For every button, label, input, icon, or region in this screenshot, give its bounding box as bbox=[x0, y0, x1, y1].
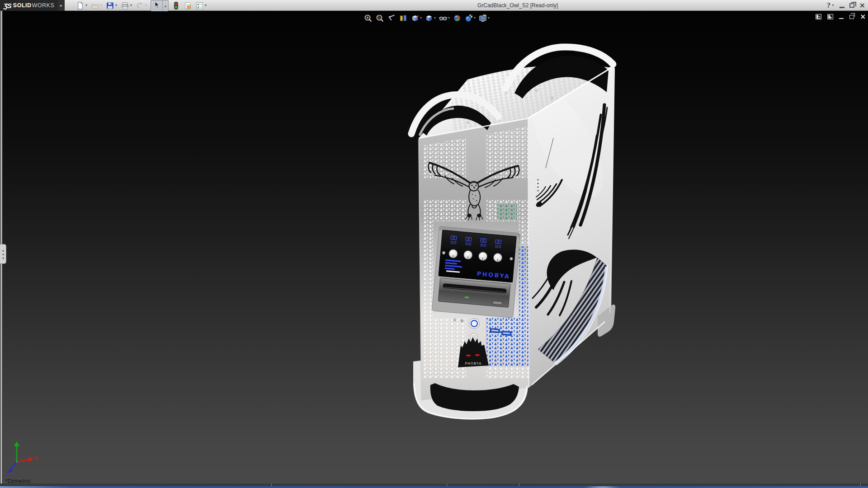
graphics-viewport[interactable]: ▾ ▾ ▾ bbox=[0, 11, 868, 488]
power-led bbox=[461, 319, 463, 322]
hide-show-items-button[interactable]: ▾ bbox=[439, 14, 450, 23]
restore-button[interactable] bbox=[849, 3, 854, 8]
new-dropdown[interactable]: ▾ bbox=[85, 4, 88, 7]
solidworks-logo-text-bold: SOLID bbox=[13, 2, 32, 9]
options-button[interactable]: ▾ bbox=[194, 1, 208, 10]
select-cursor-icon bbox=[153, 1, 160, 9]
view-orientation-dropdown[interactable]: ▾ bbox=[420, 16, 422, 20]
display-style-dropdown[interactable]: ▾ bbox=[434, 16, 436, 20]
document-close-button[interactable]: × bbox=[860, 14, 866, 20]
undo-button[interactable]: ▾ bbox=[135, 1, 148, 10]
solidworks-logo: ƷSSOLIDWORKS bbox=[0, 0, 58, 11]
save-button[interactable]: ▾ bbox=[105, 1, 118, 10]
hdd-led bbox=[453, 319, 456, 321]
document-minimize-button[interactable] bbox=[839, 18, 844, 19]
save-floppy-icon bbox=[106, 1, 114, 10]
triad-x-axis bbox=[28, 457, 34, 462]
taskbar-edge bbox=[0, 486, 868, 488]
power-button-ring bbox=[471, 320, 477, 327]
zoom-to-fit-icon bbox=[363, 14, 373, 23]
pc-case-model[interactable]: PHOBYA bbox=[411, 47, 617, 419]
apply-scene-dropdown[interactable]: ▾ bbox=[474, 16, 476, 20]
previous-view-button[interactable] bbox=[387, 14, 396, 23]
display-style-button[interactable]: ▾ bbox=[425, 14, 436, 23]
help-icon: ? bbox=[826, 2, 830, 9]
menu-flyout-arrow[interactable]: ▸ bbox=[58, 0, 65, 11]
zoom-to-fit-button[interactable] bbox=[363, 14, 373, 23]
open-folder-icon bbox=[91, 1, 99, 10]
view-orientation-icon bbox=[410, 14, 420, 23]
file-properties-button[interactable] bbox=[183, 1, 193, 10]
section-view-icon bbox=[399, 14, 408, 23]
hide-show-glasses-icon bbox=[439, 14, 448, 23]
view-settings-button[interactable]: ▾ bbox=[478, 14, 490, 23]
previous-view-icon bbox=[387, 14, 396, 23]
standard-toolbar: ▾ ▾ ▾ bbox=[75, 0, 208, 11]
feature-pane-splitter[interactable]: ◂ ◂ ◂ bbox=[0, 244, 6, 264]
view-settings-icon bbox=[478, 14, 487, 23]
taskbar-edge-glow bbox=[584, 486, 620, 488]
document-window-controls: × bbox=[816, 14, 866, 20]
solidworks-logo-text-light: WORKS bbox=[32, 2, 55, 9]
apply-scene-button[interactable]: ▾ bbox=[464, 14, 476, 23]
new-button[interactable]: ▾ bbox=[75, 1, 89, 10]
triad-y-axis bbox=[14, 441, 19, 446]
zoom-to-area-icon bbox=[375, 14, 384, 23]
view-orientation-button[interactable]: ▾ bbox=[410, 14, 422, 23]
apply-scene-icon bbox=[464, 14, 473, 23]
edit-appearance-button[interactable] bbox=[453, 14, 462, 23]
splitter-arrow-icon: ◂ bbox=[2, 249, 4, 252]
pane-toggle-left-button[interactable] bbox=[816, 14, 821, 19]
select-dropdown[interactable]: ▾ bbox=[164, 5, 167, 9]
help-button[interactable]: ? ▾ bbox=[826, 2, 834, 9]
flyout-arrow-icon: ▸ bbox=[60, 3, 62, 8]
display-style-icon bbox=[425, 14, 434, 23]
print-dropdown[interactable]: ▾ bbox=[130, 4, 132, 7]
front-bay: PHOBYA bbox=[432, 226, 520, 318]
window-controls: ? ▾ × bbox=[826, 0, 865, 11]
splitter-arrow-icon: ◂ bbox=[2, 256, 4, 259]
minimize-button[interactable] bbox=[840, 7, 844, 8]
file-properties-icon bbox=[184, 1, 192, 10]
solidworks-logo-mark: ƷS bbox=[4, 2, 11, 9]
rebuild-button[interactable] bbox=[171, 1, 181, 10]
hide-show-dropdown[interactable]: ▾ bbox=[448, 16, 450, 20]
select-button[interactable]: ▾ bbox=[151, 0, 169, 11]
headsup-view-toolbar: ▾ ▾ ▾ bbox=[363, 12, 490, 24]
logo-brand-text: PHOBYA bbox=[465, 361, 481, 366]
open-dropdown[interactable]: ▾ bbox=[100, 4, 103, 7]
rebuild-traffic-light-icon bbox=[172, 1, 180, 10]
options-dropdown[interactable]: ▾ bbox=[204, 4, 207, 7]
pane-toggle-right-button[interactable] bbox=[827, 14, 833, 19]
open-button[interactable]: ▾ bbox=[90, 1, 104, 10]
splitter-arrow-icon: ◂ bbox=[2, 253, 4, 256]
edit-appearance-icon bbox=[453, 14, 462, 23]
save-dropdown[interactable]: ▾ bbox=[115, 4, 118, 7]
help-dropdown: ▾ bbox=[832, 4, 835, 7]
orientation-triad bbox=[7, 441, 38, 473]
print-button[interactable]: ▾ bbox=[120, 1, 133, 10]
view-settings-dropdown[interactable]: ▾ bbox=[488, 16, 490, 20]
document-restore-button[interactable] bbox=[849, 15, 854, 19]
new-document-icon bbox=[76, 1, 85, 10]
title-bar: ƷSSOLIDWORKS ▸ ▾ ▾ bbox=[0, 0, 868, 11]
undo-dropdown[interactable]: ▾ bbox=[145, 4, 147, 7]
triad-z-axis bbox=[7, 468, 13, 473]
3d-scene[interactable]: PHOBYA bbox=[0, 11, 868, 488]
print-icon bbox=[121, 1, 129, 10]
undo-arrow-icon bbox=[136, 1, 144, 10]
close-button[interactable]: × bbox=[859, 2, 865, 9]
document-title: GrCadBlack_Owl_S2 [Read-only] bbox=[448, 0, 588, 11]
zoom-to-area-button[interactable] bbox=[375, 14, 384, 23]
options-checklist-icon bbox=[195, 1, 204, 10]
section-view-button[interactable] bbox=[399, 14, 408, 23]
